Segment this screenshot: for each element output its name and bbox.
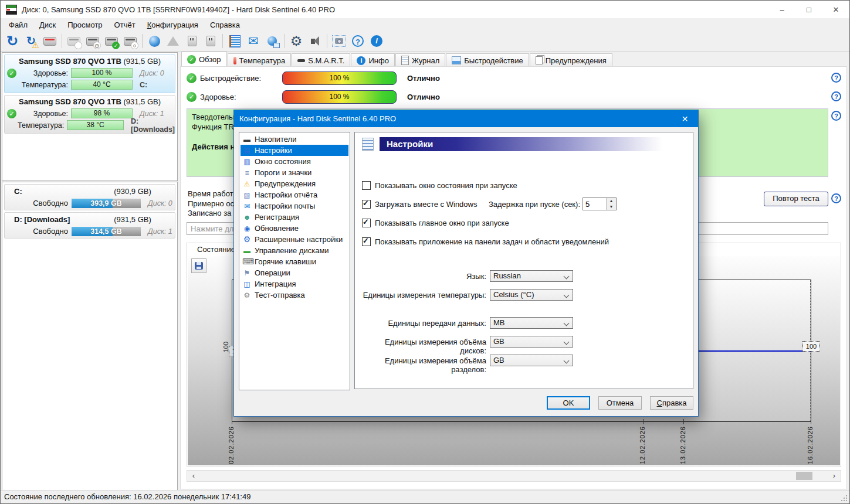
nav-item-update[interactable]: Обновление [241, 223, 348, 234]
screenshot-icon[interactable] [330, 33, 348, 49]
health-help-icon[interactable]: ? [831, 91, 841, 101]
checkbox[interactable] [362, 200, 371, 209]
nav-item-drives[interactable]: Накопители [241, 134, 348, 145]
about-icon[interactable]: i [368, 33, 385, 49]
startup-delay-spinner[interactable]: ▲ ▼ [583, 197, 617, 210]
menu-configuration[interactable]: Конфигурация [141, 19, 204, 30]
nav-item-alerts[interactable]: Предупреждения [241, 178, 348, 189]
help-icon[interactable]: ? [349, 33, 367, 49]
free-space-bar: 393,9 GB [72, 199, 141, 208]
checkbox-row-start-with-windows[interactable]: Загружать вместе с Windows [362, 199, 477, 209]
disk-status-icon[interactable] [41, 33, 59, 49]
menu-view[interactable]: Просмотр [62, 19, 108, 30]
mail-icon[interactable]: ✉ [245, 33, 262, 49]
dialog-title-bar[interactable]: Конфигурация - Hard Disk Sentinel 6.40 P… [234, 110, 698, 127]
retest-help-icon[interactable]: ? [831, 193, 841, 203]
apm-icon[interactable] [202, 33, 219, 49]
power-on-time-line: Время работы [188, 189, 239, 198]
language-select[interactable]: Russian [490, 270, 573, 282]
nav-item-thresholds[interactable]: Пороги и значки [241, 167, 348, 178]
save-chart-button[interactable] [191, 258, 206, 273]
status-bar: Состояние последнего обновления: 16.02.2… [1, 490, 849, 503]
temperature-unit-select[interactable]: Celsius (°C) [490, 289, 573, 301]
disk-size-unit-select[interactable]: GB [490, 336, 573, 348]
menu-help[interactable]: Справка [204, 19, 246, 30]
nav-item-registration[interactable]: Регистрация [241, 212, 348, 223]
nav-item-status-window[interactable]: Окно состояния [241, 156, 348, 167]
checkbox-row-status-window[interactable]: Показывать окно состояния при запуске [362, 181, 517, 190]
tab-performance[interactable]: Быстродействие [446, 53, 529, 67]
textbox-help-icon[interactable]: ? [831, 111, 841, 121]
nav-item-hotkeys[interactable]: Горячие клавиши [241, 256, 348, 267]
nav-item-integration[interactable]: Интеграция [241, 278, 348, 290]
resize-grip[interactable] [846, 500, 847, 501]
checkbox[interactable] [362, 237, 371, 246]
startup-delay-input[interactable] [583, 198, 605, 210]
test-gear-icon [242, 291, 252, 300]
nav-item-report-settings[interactable]: Настройки отчёта [241, 189, 348, 200]
disk-clock-icon[interactable]: ◷ [84, 33, 101, 49]
nav-item-test-send[interactable]: Тест-отправка [241, 290, 348, 301]
value-marker-right: 100 [802, 341, 820, 352]
chart-horizontal-scrollbar[interactable]: ‹ › [187, 470, 841, 482]
tab-log[interactable]: Журнал [395, 53, 445, 67]
nav-item-disk-control[interactable]: Управление дисками [241, 245, 348, 256]
disk-remote-icon[interactable] [65, 33, 83, 49]
nav-item-advanced[interactable]: Расширенные настройки [241, 234, 348, 245]
network-disk-icon[interactable] [145, 33, 163, 49]
disk-search-icon[interactable]: ○ [121, 33, 139, 49]
nav-item-mail-settings[interactable]: Настройки почты [241, 200, 348, 212]
info-circle-icon: i [357, 56, 365, 65]
pages-icon [536, 56, 543, 64]
dialog-close-button[interactable]: ✕ [672, 110, 698, 127]
disk-ok-icon[interactable]: ✓ [103, 33, 120, 49]
tab-overview[interactable]: ✓Обзор [181, 52, 227, 67]
partition-card-c[interactable]: C: (930,9 GB) Свободно 393,9 GB Диск: 0 [4, 184, 175, 210]
scroll-left-arrow[interactable]: ‹ [188, 471, 199, 481]
network-icon[interactable] [263, 33, 281, 49]
checkbox-row-taskbar-tray[interactable]: Показывать приложение на панели задач и … [362, 237, 609, 247]
raid-icon[interactable] [164, 33, 182, 49]
health-label: Здоровье: [197, 93, 272, 101]
sounds-icon[interactable] [306, 33, 324, 49]
minimize-button[interactable]: – [768, 1, 795, 18]
scroll-right-arrow[interactable]: › [829, 471, 839, 481]
dialog-help-button[interactable]: Справка [650, 396, 693, 410]
checkbox[interactable] [362, 219, 371, 227]
performance-help-icon[interactable]: ? [831, 73, 841, 83]
x-axis-date-label: 16.02.2026 [807, 426, 814, 464]
health-label: Здоровье: [19, 110, 71, 118]
cancel-button[interactable]: Отмена [598, 396, 642, 410]
nav-item-preferences[interactable]: Настройки [241, 145, 348, 156]
disk-index: Диск: 1 [133, 110, 175, 118]
maximize-button[interactable]: □ [795, 1, 822, 18]
ok-button[interactable]: OK [547, 396, 590, 410]
retest-button[interactable]: Повтор теста [764, 192, 828, 206]
partition-size-unit-select[interactable]: GB [490, 355, 573, 366]
partition-list: C: (930,9 GB) Свободно 393,9 GB Диск: 0 … [2, 182, 178, 491]
scrollbar-thumb[interactable] [796, 472, 812, 480]
partition-card-d[interactable]: D: [Downloads] (931,5 GB) Свободно 314,5… [4, 212, 175, 239]
settings-gear-icon[interactable]: ⚙ [287, 33, 305, 49]
checkbox-row-show-main-window[interactable]: Показывать главное окно при запуске [362, 218, 509, 228]
refresh-warning-icon[interactable]: ↻⚠ [22, 33, 40, 49]
disk-card-1[interactable]: Samsung SSD 870 QVO 1TB (931,5 GB) ✓ Здо… [4, 95, 175, 134]
checkbox[interactable] [362, 181, 371, 190]
tab-temperature[interactable]: Температура [228, 53, 292, 67]
transfer-unit-select[interactable]: MB [490, 317, 573, 329]
menu-disk[interactable]: Диск [33, 19, 62, 30]
tab-info[interactable]: iИнфо [351, 53, 394, 67]
close-button[interactable]: ✕ [822, 1, 849, 18]
disk-card-0[interactable]: Samsung SSD 870 QVO 1TB (931,5 GB) ✓ Здо… [4, 55, 175, 93]
refresh-icon[interactable]: ↻ [4, 33, 21, 49]
menu-file[interactable]: Файл [3, 19, 33, 30]
spinner-down-arrow[interactable]: ▼ [607, 204, 616, 210]
menu-report[interactable]: Отчёт [109, 19, 141, 30]
acoustic-icon[interactable] [183, 33, 201, 49]
temp-bar: 38 °C [67, 120, 124, 130]
tab-alerts[interactable]: Предупреждения [530, 53, 612, 67]
report-icon[interactable] [226, 33, 243, 49]
tab-smart[interactable]: S.M.A.R.T. [292, 53, 350, 67]
spinner-up-arrow[interactable]: ▲ [607, 198, 616, 204]
nav-item-operations[interactable]: Операции [241, 267, 348, 278]
